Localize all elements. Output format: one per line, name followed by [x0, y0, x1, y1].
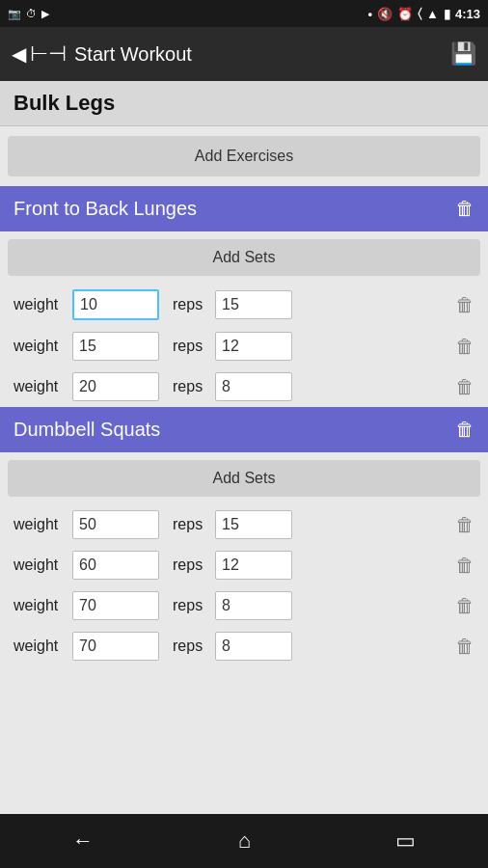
reps-label-1-3: reps: [173, 637, 209, 655]
timer-icon: ⏱: [26, 8, 37, 19]
exercise-header-1: Dumbbell Squats 🗑: [0, 407, 488, 452]
weight-input-1-0[interactable]: [72, 510, 159, 539]
play-icon: ▶: [41, 8, 49, 20]
bluetooth-icon: •: [368, 7, 373, 21]
weight-input-1-2[interactable]: [72, 591, 159, 620]
dumbbell-icon: ⊢⊣: [30, 41, 67, 67]
exercise-name-0: Front to Back Lunges: [14, 198, 446, 220]
recent-nav-button[interactable]: ▭: [372, 821, 439, 861]
add-sets-button-1[interactable]: Add Sets: [8, 460, 480, 497]
signal-icon: ▲: [426, 7, 439, 21]
weight-label-1-0: weight: [14, 516, 67, 533]
weight-input-1-3[interactable]: [72, 632, 159, 661]
delete-set-0-2-button[interactable]: 🗑: [455, 376, 474, 398]
weight-label-1-2: weight: [14, 597, 67, 614]
battery-icon: ▮: [444, 7, 450, 21]
exercise-section-0: Front to Back Lunges 🗑 Add Sets weight r…: [0, 186, 488, 407]
reps-label-0-2: reps: [173, 378, 209, 395]
set-row-0-0: weight reps 🗑: [0, 284, 488, 326]
set-row-1-0: weight reps 🗑: [0, 504, 488, 545]
reps-label-0-1: reps: [173, 338, 209, 355]
weight-input-0-0[interactable]: [72, 289, 159, 320]
exercise-name-1: Dumbbell Squats: [14, 419, 446, 441]
reps-label-1-0: reps: [173, 516, 209, 533]
delete-exercise-0-button[interactable]: 🗑: [455, 198, 474, 220]
page-title: Bulk Legs: [14, 91, 474, 116]
weight-label-0-1: weight: [14, 338, 67, 355]
weight-input-0-1[interactable]: [72, 332, 159, 361]
home-nav-button[interactable]: ⌂: [215, 821, 274, 861]
delete-set-0-0-button[interactable]: 🗑: [455, 294, 474, 316]
reps-input-0-2[interactable]: [215, 372, 292, 401]
status-bar-left: 📷 ⏱ ▶: [8, 8, 49, 20]
camera-icon: 📷: [8, 8, 21, 20]
bottom-nav: ← ⌂ ▭: [0, 814, 488, 868]
reps-input-1-2[interactable]: [215, 591, 292, 620]
app-bar: ◀ ⊢⊣ Start Workout 💾: [0, 27, 488, 81]
weight-label-1-3: weight: [14, 637, 67, 655]
status-bar: 📷 ⏱ ▶ • 🔇 ⏰ 〈 ▲ ▮ 4:13: [0, 0, 488, 27]
weight-input-0-2[interactable]: [72, 372, 159, 401]
content-area: Add Exercises Front to Back Lunges 🗑 Add…: [0, 126, 488, 814]
time-display: 4:13: [455, 7, 480, 21]
set-row-1-2: weight reps 🗑: [0, 585, 488, 626]
reps-input-0-1[interactable]: [215, 332, 292, 361]
reps-input-1-1[interactable]: [215, 551, 292, 580]
set-row-1-1: weight reps 🗑: [0, 545, 488, 585]
delete-set-1-3-button[interactable]: 🗑: [455, 636, 474, 658]
delete-set-1-0-button[interactable]: 🗑: [455, 514, 474, 536]
page-title-bar: Bulk Legs: [0, 81, 488, 126]
app-bar-title: Start Workout: [74, 43, 450, 66]
delete-set-0-1-button[interactable]: 🗑: [455, 336, 474, 358]
set-row-0-1: weight reps 🗑: [0, 326, 488, 366]
back-button[interactable]: ◀: [12, 42, 26, 66]
weight-input-1-1[interactable]: [72, 551, 159, 580]
reps-label-1-2: reps: [173, 597, 209, 614]
delete-set-1-2-button[interactable]: 🗑: [455, 595, 474, 617]
delete-exercise-1-button[interactable]: 🗑: [455, 419, 474, 441]
exercise-header-0: Front to Back Lunges 🗑: [0, 186, 488, 231]
reps-input-1-0[interactable]: [215, 510, 292, 539]
reps-input-1-3[interactable]: [215, 632, 292, 661]
set-row-1-3: weight reps 🗑: [0, 626, 488, 666]
weight-label-1-1: weight: [14, 556, 67, 574]
reps-input-0-0[interactable]: [215, 290, 292, 319]
add-sets-button-0[interactable]: Add Sets: [8, 239, 480, 276]
exercise-section-1: Dumbbell Squats 🗑 Add Sets weight reps 🗑…: [0, 407, 488, 666]
weight-label-0-2: weight: [14, 378, 67, 395]
reps-label-0-0: reps: [173, 296, 209, 313]
status-bar-right: • 🔇 ⏰ 〈 ▲ ▮ 4:13: [368, 6, 480, 21]
wifi-icon: 〈: [418, 6, 421, 21]
back-nav-button[interactable]: ←: [49, 821, 117, 861]
save-button[interactable]: 💾: [450, 41, 476, 67]
weight-label-0-0: weight: [14, 296, 67, 313]
alarm-icon: ⏰: [397, 7, 413, 21]
reps-label-1-1: reps: [173, 556, 209, 574]
delete-set-1-1-button[interactable]: 🗑: [455, 555, 474, 577]
set-row-0-2: weight reps 🗑: [0, 366, 488, 407]
mute-icon: 🔇: [377, 7, 393, 21]
add-exercises-button[interactable]: Add Exercises: [8, 136, 480, 176]
